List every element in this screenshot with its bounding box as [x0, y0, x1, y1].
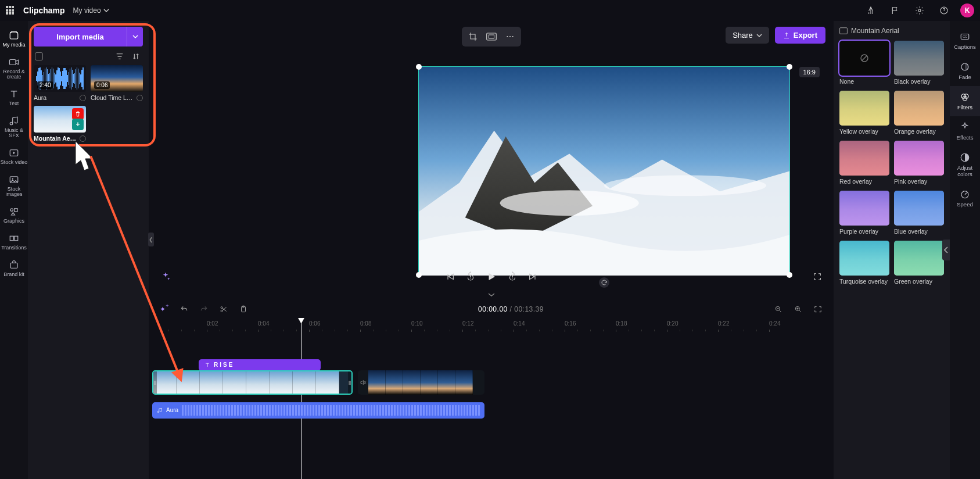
delete-media-icon[interactable] — [72, 108, 84, 120]
crop-icon[interactable] — [466, 30, 479, 43]
filter-pink-overlay[interactable]: Pink overlay — [894, 141, 944, 185]
upgrade-icon[interactable] — [863, 2, 879, 19]
rail-adjust[interactable]: Adjust colors — [950, 146, 980, 183]
nav-brand-kit[interactable]: Brand kit — [0, 255, 28, 282]
more-icon[interactable] — [504, 30, 516, 43]
document-title[interactable]: My video — [73, 6, 109, 15]
filter-blue-overlay[interactable]: Blue overlay — [894, 191, 944, 235]
add-to-timeline-icon[interactable]: +Add to timeline — [72, 119, 84, 130]
export-button[interactable]: Export — [775, 27, 825, 44]
fit-icon[interactable] — [485, 30, 498, 43]
media-panel-tools — [35, 52, 142, 60]
panel-expand-icon[interactable] — [942, 240, 950, 260]
canvas-toolbar — [462, 27, 521, 47]
import-media-button[interactable]: Import media — [34, 27, 143, 47]
resize-handle-tl[interactable] — [416, 64, 422, 70]
rail-fade[interactable]: Fade — [950, 56, 980, 86]
rail-speed[interactable]: Speed — [950, 183, 980, 213]
import-media-label: Import media — [34, 33, 127, 41]
mountain-image — [419, 67, 789, 276]
right-rail: CCCaptionsFadeFiltersEffectsAdjust color… — [950, 21, 980, 479]
undo-icon[interactable] — [179, 305, 189, 313]
nav-stock-video[interactable]: Stock video — [0, 143, 28, 170]
import-caret[interactable] — [127, 27, 143, 47]
apps-icon[interactable] — [6, 6, 15, 15]
share-button[interactable]: Share — [726, 27, 769, 44]
fwd-1s-icon[interactable]: 1 — [507, 271, 518, 282]
filter-green-overlay[interactable]: Green overlay — [894, 241, 944, 285]
filter-yellow-overlay[interactable]: Yellow overlay — [839, 91, 889, 135]
left-nav: My mediaRecord & createTextMusic & SFXSt… — [0, 21, 28, 479]
tracks: RISE || || — [149, 353, 834, 419]
panel-split-handle[interactable]: ❮ — [148, 233, 154, 246]
top-bar: Clipchamp My video K — [0, 0, 980, 21]
ai-add-icon[interactable]: ✦+ — [159, 305, 170, 313]
filter-turquoise-overlay[interactable]: Turquoise overlay — [839, 241, 889, 285]
flag-icon[interactable] — [887, 2, 903, 19]
mute-icon[interactable] — [358, 370, 368, 395]
nav-music-sfx[interactable]: Music & SFX — [0, 111, 28, 143]
redo-icon[interactable] — [199, 305, 209, 313]
resize-handle-tr[interactable] — [787, 64, 792, 70]
svg-rect-3 — [10, 60, 16, 65]
video-clip-2[interactable] — [358, 370, 484, 395]
text-clip[interactable]: RISE — [199, 359, 321, 371]
music-note-icon — [157, 407, 163, 413]
skip-fwd-icon[interactable] — [528, 272, 537, 281]
zoom-fit-icon[interactable] — [813, 305, 823, 313]
nav-graphics[interactable]: Graphics — [0, 202, 28, 228]
help-icon[interactable] — [936, 2, 952, 19]
clipboard-icon[interactable] — [238, 305, 249, 313]
filter-black-overlay[interactable]: Black overlay — [894, 41, 944, 85]
clip-icon — [839, 27, 848, 34]
svg-point-14 — [507, 36, 508, 37]
settings-icon[interactable] — [911, 2, 928, 19]
sort-icon[interactable] — [130, 52, 142, 60]
clip-trim-right[interactable]: || — [348, 371, 351, 394]
svg-text:1: 1 — [511, 276, 513, 279]
collapse-timeline-icon[interactable] — [487, 292, 496, 298]
playbar: 1 1 — [149, 271, 834, 282]
aspect-ratio-badge[interactable]: 16:9 — [799, 67, 820, 77]
nav-my-media[interactable]: My media — [0, 26, 28, 52]
svg-rect-2 — [10, 33, 18, 40]
svg-rect-28 — [840, 28, 848, 34]
fullscreen-icon[interactable] — [813, 272, 822, 281]
nav-stock-images[interactable]: Stock images — [0, 170, 28, 202]
timeline-ruler[interactable]: 0:020:040:060:080:100:120:140:160:180:20… — [149, 318, 834, 332]
play-icon[interactable] — [486, 271, 497, 282]
ai-sparkle-icon[interactable] — [160, 271, 171, 282]
nav-transitions[interactable]: Transitions — [0, 228, 28, 255]
rail-effects[interactable]: Effects — [950, 116, 980, 146]
rail-captions[interactable]: CCCaptions — [950, 26, 980, 56]
timeline-toolbar: ✦+ 00:00.00 / 00:13.39 — [149, 301, 834, 318]
zoom-out-icon[interactable] — [773, 305, 784, 313]
audio-clip[interactable]: Aura — [152, 402, 484, 419]
filter-red-overlay[interactable]: Red overlay — [839, 141, 889, 185]
chevron-down-icon — [103, 8, 109, 13]
skip-back-icon[interactable] — [446, 272, 455, 281]
chevron-down-icon — [756, 33, 762, 38]
filter-none[interactable]: None — [839, 41, 889, 85]
preview-canvas[interactable]: 16:9 — [418, 66, 790, 276]
timeline[interactable]: 0:020:040:060:080:100:120:140:160:180:20… — [149, 318, 834, 479]
upload-icon — [783, 32, 790, 39]
media-item-1[interactable]: 0:06Cloud Time L… — [91, 65, 143, 101]
back-1s-icon[interactable]: 1 — [465, 271, 476, 282]
avatar[interactable]: K — [960, 3, 974, 17]
filter-orange-overlay[interactable]: Orange overlay — [894, 91, 944, 135]
filter-purple-overlay[interactable]: Purple overlay — [839, 191, 889, 235]
rail-filters[interactable]: Filters — [950, 86, 980, 116]
media-item-0[interactable]: 2:40Aura — [34, 65, 86, 101]
svg-text:1: 1 — [469, 276, 471, 279]
select-all-checkbox[interactable] — [35, 52, 43, 60]
zoom-in-icon[interactable] — [793, 305, 803, 313]
svg-rect-10 — [15, 236, 18, 241]
nav-text[interactable]: Text — [0, 84, 28, 111]
nav-record-create[interactable]: Record & create — [0, 52, 28, 84]
filter-icon[interactable] — [114, 52, 125, 60]
scissors-icon[interactable] — [218, 305, 229, 313]
media-item-2[interactable]: +Add to timelineMountain Ae… — [34, 106, 86, 142]
svg-point-18 — [500, 190, 639, 216]
clip-trim-left[interactable]: || — [153, 371, 157, 394]
